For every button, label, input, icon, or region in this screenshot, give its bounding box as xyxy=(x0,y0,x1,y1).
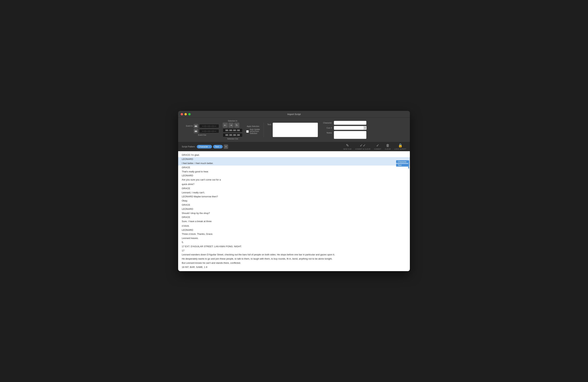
lock-script-button[interactable]: 🔒 LOCK SCRIPT xyxy=(394,143,406,150)
window-title: Import Script xyxy=(287,113,301,115)
notes-row: Notes: xyxy=(321,131,367,139)
apply-selection-label: Apply Selection xyxy=(247,125,259,127)
props-group: Character: Cue #: ▲ ▼ Notes: xyxy=(321,121,367,139)
toolbar-actions: ✎ NEW CUE ✓✓ COMMIT & CLEAR ✓ COMMIT 🗑 C… xyxy=(343,143,406,150)
script-line-23: Leonard leaves. xyxy=(182,236,406,240)
cue-input[interactable] xyxy=(334,126,364,130)
maximize-button[interactable] xyxy=(188,113,191,115)
lock-script-label: LOCK SCRIPT xyxy=(394,148,406,150)
script-line-20: o'clock. xyxy=(182,224,406,228)
character-row: Character: xyxy=(321,121,367,125)
spin-down: ▼ xyxy=(364,128,366,129)
notes-label: Notes: xyxy=(321,132,332,134)
script-line-21: LEONARD xyxy=(182,228,406,232)
script-line-13: Okay. xyxy=(182,199,406,203)
script-pattern-label: Script Pattern xyxy=(182,145,195,148)
script-line-12: LEONARD Maybe tomorrow then? xyxy=(182,195,406,199)
cue-num-group: ▲ ▼ xyxy=(334,126,367,130)
tag-text[interactable]: Text × xyxy=(213,145,223,149)
top-panel: Event In ◀▶ ◀▶ Event Out Selection In ⇤ … xyxy=(178,118,410,142)
script-line-17: GRACE xyxy=(182,215,406,219)
character-label: Character: xyxy=(321,122,332,124)
text-group: Text: xyxy=(267,123,318,137)
sel-btn-right[interactable]: ⇥ xyxy=(229,123,233,128)
clear-label: CLEAR xyxy=(385,148,391,150)
commit-clear-icon: ✓✓ xyxy=(360,143,366,148)
titlebar: Import Script xyxy=(178,111,410,118)
tag-character-close[interactable]: × xyxy=(209,146,210,148)
right-badges: Character Text xyxy=(396,160,408,167)
tag-text-close[interactable]: × xyxy=(220,146,221,148)
apply-selection-group: Apply Selection Auto Update In/Out from … xyxy=(246,125,260,134)
script-line-30: 18 INT. BAR. SAME. 1 8 xyxy=(182,265,406,269)
script-outer: GRACE I'm glad.LEONARDI feel better. I f… xyxy=(178,151,410,271)
commit-clear-label: COMMIT & CLEAR xyxy=(355,148,370,150)
script-line-18: Sure. I have a break at three xyxy=(182,219,406,224)
script-line-1: GRACE I'm glad. xyxy=(182,153,406,157)
script-line-25: 17 EXT. D'AGUILAR STREET. LAN KWAI FONG.… xyxy=(182,245,406,249)
selection-out-label: Selection Out xyxy=(223,138,243,140)
add-tag-button[interactable]: + xyxy=(224,145,228,149)
script-line-11: Leonard, I really can't. xyxy=(182,191,406,195)
minimize-button[interactable] xyxy=(185,113,187,115)
script-line-7: Are you sure you can't come out for a xyxy=(182,178,406,182)
new-cue-button[interactable]: ✎ NEW CUE xyxy=(343,143,352,150)
script-line-24: 5. xyxy=(182,240,406,245)
script-content: GRACE I'm glad.LEONARDI feel better. I f… xyxy=(178,151,410,271)
main-window: Import Script Event In ◀▶ ◀▶ Event Out S… xyxy=(178,111,410,271)
cue-label: Cue #: xyxy=(321,127,332,129)
pattern-tags: Character × Text × + xyxy=(197,145,228,149)
cue-row: Cue #: ▲ ▼ xyxy=(321,126,367,130)
script-line-6: LEONARD xyxy=(182,174,406,178)
commit-label: COMMIT xyxy=(374,148,381,150)
character-input[interactable] xyxy=(334,121,366,125)
notes-input[interactable] xyxy=(334,131,366,139)
script-line-14: GRACE xyxy=(182,203,406,207)
commit-clear-button[interactable]: ✓✓ COMMIT & CLEAR xyxy=(355,143,370,150)
blue-sidebar xyxy=(408,160,409,169)
lock-icon: 🔒 xyxy=(398,143,403,148)
script-line-3: I feel better. I feel much better. xyxy=(178,161,410,166)
script-line-27: Leonard wanders down D'Aguilar Street, c… xyxy=(182,253,406,257)
sel-btn-refresh[interactable]: ↻ xyxy=(234,123,239,128)
script-line-2: LEONARD xyxy=(178,157,410,161)
auto-update: Auto Update In/Out from Selection xyxy=(246,128,260,134)
close-button[interactable] xyxy=(181,113,183,115)
event-out-arrow[interactable]: ◀▶ xyxy=(194,129,198,133)
tag-character-label: Character xyxy=(199,145,208,148)
script-line-4: GRACE xyxy=(182,166,406,170)
selection-out-input[interactable] xyxy=(223,133,243,137)
tag-text-label: Text xyxy=(215,145,219,148)
commit-button[interactable]: ✓ COMMIT xyxy=(374,143,381,150)
event-in-label: Event In xyxy=(182,125,193,127)
script-line-16: Should I drop by the shop? xyxy=(182,211,406,215)
new-cue-icon: ✎ xyxy=(346,143,349,148)
auto-update-label: Auto Update In/Out from Selection xyxy=(250,128,260,134)
cue-spinner[interactable]: ▲ ▼ xyxy=(364,126,367,130)
traffic-lights xyxy=(181,113,191,115)
text-badge[interactable]: Text xyxy=(396,164,408,167)
script-line-22: Three o'clock. Thanks, Grace. xyxy=(182,232,406,236)
clear-button[interactable]: 🗑 CLEAR xyxy=(385,143,391,150)
event-in-input[interactable] xyxy=(199,124,219,128)
event-out-label: Event Out xyxy=(198,134,206,136)
script-line-10: GRACE xyxy=(182,187,406,191)
selection-in-label: Selection In xyxy=(223,120,243,122)
event-out-input[interactable] xyxy=(199,129,219,133)
script-line-26: 17 xyxy=(182,249,406,253)
toolbar: Script Pattern Character × Text × + ✎ NE… xyxy=(178,142,410,151)
commit-icon: ✓ xyxy=(376,143,379,148)
text-input[interactable] xyxy=(273,123,318,137)
clear-icon: 🗑 xyxy=(386,143,390,148)
script-line-29: But Leonard knows he can't and stands th… xyxy=(182,261,406,265)
script-line-28: He desperately wants to go and join thes… xyxy=(182,257,406,261)
tag-character[interactable]: Character × xyxy=(197,145,212,149)
selection-in-input[interactable] xyxy=(223,128,243,133)
sel-btn-left[interactable]: ⇤ xyxy=(223,123,228,128)
script-line-15: LEONARD xyxy=(182,207,406,211)
new-cue-label: NEW CUE xyxy=(343,148,352,150)
event-in-arrow[interactable]: ◀▶ xyxy=(194,124,198,128)
auto-update-checkbox[interactable] xyxy=(246,130,249,133)
character-badge[interactable]: Character xyxy=(396,160,408,163)
script-line-9: quick drink? xyxy=(182,182,406,187)
